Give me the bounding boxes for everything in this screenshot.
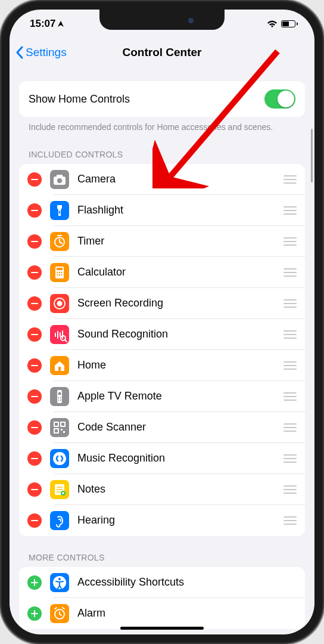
- list-row-home: Home: [19, 350, 305, 381]
- svg-point-20: [60, 397, 61, 398]
- drag-handle[interactable]: [284, 175, 297, 184]
- page-title: Control Center: [123, 46, 202, 59]
- remove-button[interactable]: [27, 327, 42, 342]
- phone-frame: 15:07 Settings Control Center Show H: [0, 0, 324, 644]
- drag-handle[interactable]: [284, 237, 297, 246]
- wifi-icon: [267, 20, 278, 28]
- row-label: Screen Recording: [77, 297, 275, 309]
- status-time: 15:07: [30, 18, 55, 30]
- remove-button[interactable]: [27, 358, 42, 373]
- drag-handle[interactable]: [284, 516, 297, 525]
- list-row-sound: Sound Recognition: [19, 319, 305, 350]
- home-controls-help: Include recommended controls for Home ac…: [19, 117, 305, 133]
- row-label: Sound Recognition: [77, 328, 275, 340]
- svg-rect-1: [57, 175, 63, 178]
- svg-point-14: [57, 301, 63, 306]
- included-header: INCLUDED CONTROLS: [19, 133, 305, 164]
- home-icon: [50, 356, 69, 375]
- more-list: Accessibility ShortcutsAlarm: [19, 567, 305, 629]
- svg-point-21: [58, 400, 59, 401]
- row-label: Hearing: [77, 514, 275, 527]
- drag-handle[interactable]: [284, 299, 297, 308]
- list-row-alarm: Alarm: [19, 598, 305, 629]
- home-controls-label: Show Home Controls: [29, 93, 130, 106]
- list-row-shazam: Music Recognition: [19, 443, 305, 474]
- drag-handle[interactable]: [284, 330, 297, 339]
- remove-button[interactable]: [27, 389, 42, 404]
- accessibility-icon: [50, 573, 69, 592]
- home-controls-toggle[interactable]: [264, 89, 295, 109]
- svg-point-18: [58, 392, 61, 395]
- camera-icon: [50, 170, 69, 189]
- scroll-indicator[interactable]: [311, 129, 313, 182]
- svg-rect-26: [61, 429, 63, 431]
- svg-rect-25: [54, 429, 58, 433]
- list-row-accessibility: Accessibility Shortcuts: [19, 567, 305, 598]
- row-label: Home: [77, 359, 275, 371]
- add-button[interactable]: [27, 606, 42, 621]
- notes-icon: [50, 480, 69, 499]
- svg-point-22: [60, 400, 61, 401]
- sound-icon: [50, 325, 69, 344]
- back-label: Settings: [26, 46, 67, 59]
- list-row-notes: Notes: [19, 474, 305, 505]
- home-indicator[interactable]: [120, 627, 204, 630]
- drag-handle[interactable]: [284, 206, 297, 215]
- drag-handle[interactable]: [284, 423, 297, 432]
- row-label: Camera: [77, 173, 275, 185]
- drag-handle[interactable]: [284, 268, 297, 277]
- list-row-qr: Code Scanner: [19, 412, 305, 443]
- row-label: Accessibility Shortcuts: [77, 576, 297, 589]
- location-icon: [57, 20, 64, 27]
- flashlight-icon: [50, 201, 69, 220]
- svg-rect-23: [54, 422, 58, 426]
- tvremote-icon: [50, 387, 69, 406]
- remove-button[interactable]: [27, 265, 42, 280]
- row-label: Alarm: [77, 607, 297, 620]
- remove-button[interactable]: [27, 451, 42, 466]
- svg-point-9: [61, 272, 62, 273]
- battery-icon: [281, 20, 298, 28]
- drag-handle[interactable]: [284, 454, 297, 463]
- back-button[interactable]: Settings: [15, 46, 67, 59]
- calculator-icon: [50, 263, 69, 282]
- list-row-ear: Hearing: [19, 505, 305, 536]
- content: Show Home Controls Include recommended c…: [10, 67, 314, 634]
- row-label: Notes: [77, 483, 275, 496]
- remove-button[interactable]: [27, 172, 42, 187]
- timer-icon: [50, 232, 69, 251]
- drag-handle[interactable]: [284, 392, 297, 401]
- add-button[interactable]: [27, 575, 42, 590]
- svg-rect-16: [58, 367, 61, 371]
- svg-point-19: [58, 397, 59, 398]
- svg-point-11: [59, 274, 60, 275]
- svg-rect-6: [57, 268, 63, 270]
- included-list: CameraFlashlightTimerCalculatorScreen Re…: [19, 164, 305, 536]
- remove-button[interactable]: [27, 513, 42, 528]
- remove-button[interactable]: [27, 482, 42, 497]
- row-label: Calculator: [77, 266, 275, 278]
- nav-bar: Settings Control Center: [10, 38, 314, 67]
- list-row-camera: Camera: [19, 164, 305, 195]
- remove-button[interactable]: [27, 234, 42, 249]
- svg-point-12: [61, 274, 62, 275]
- screen: 15:07 Settings Control Center Show H: [10, 10, 314, 634]
- svg-point-28: [53, 452, 66, 465]
- row-label: Music Recognition: [77, 452, 275, 465]
- row-label: Flashlight: [77, 204, 275, 216]
- alarm-icon: [50, 604, 69, 623]
- remove-button[interactable]: [27, 420, 42, 435]
- svg-point-2: [57, 178, 62, 183]
- home-controls-row: Show Home Controls: [19, 81, 305, 117]
- svg-rect-17: [57, 390, 62, 403]
- remove-button[interactable]: [27, 203, 42, 218]
- drag-handle[interactable]: [284, 361, 297, 370]
- remove-button[interactable]: [27, 296, 42, 311]
- svg-point-7: [57, 272, 58, 273]
- svg-rect-24: [61, 422, 65, 426]
- drag-handle[interactable]: [284, 485, 297, 494]
- row-label: Code Scanner: [77, 421, 275, 434]
- ear-icon: [50, 511, 69, 530]
- more-header: MORE CONTROLS: [19, 536, 305, 567]
- shazam-icon: [50, 449, 69, 468]
